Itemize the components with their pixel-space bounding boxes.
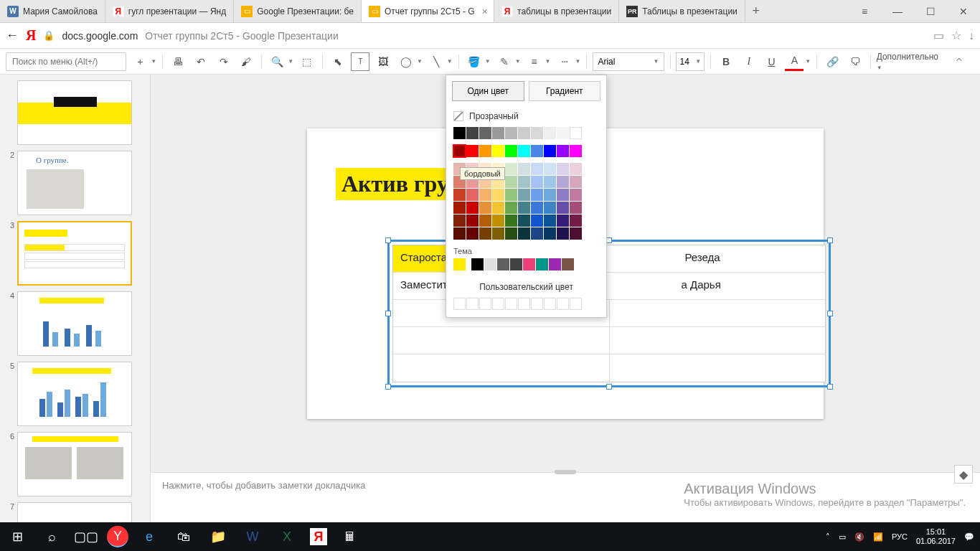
chevron-down-icon[interactable]: ▼ — [485, 58, 491, 65]
color-swatch[interactable] — [505, 176, 517, 188]
border-weight-button[interactable]: ≡ — [525, 52, 544, 71]
taskbar-app[interactable]: 🖩 — [333, 522, 367, 551]
taskbar-app[interactable]: X — [270, 522, 304, 551]
color-swatch[interactable] — [492, 215, 504, 227]
color-swatch[interactable] — [453, 145, 466, 157]
taskbar-clock[interactable]: 15:01 01.06.2017 — [916, 527, 956, 546]
search-button[interactable]: ⌕ — [34, 522, 69, 551]
color-swatch[interactable] — [570, 202, 582, 214]
tray-chevron-icon[interactable]: ˄ — [826, 532, 830, 542]
color-swatch[interactable] — [505, 202, 517, 214]
shape-tool[interactable]: ◯ — [397, 52, 415, 71]
color-swatch[interactable] — [557, 227, 569, 240]
color-swatch[interactable] — [466, 202, 479, 214]
redo-button[interactable]: ↷ — [215, 52, 233, 71]
color-swatch[interactable] — [570, 176, 582, 188]
chevron-down-icon[interactable]: ▼ — [575, 58, 581, 65]
color-swatch[interactable] — [479, 145, 491, 157]
color-swatch[interactable] — [466, 189, 479, 201]
explore-button[interactable]: ◆ — [954, 465, 973, 484]
recent-color-swatch[interactable] — [557, 298, 569, 310]
yandex-logo[interactable]: Я — [26, 27, 36, 44]
table-row[interactable] — [393, 327, 825, 354]
color-swatch[interactable] — [466, 215, 479, 227]
color-swatch[interactable] — [544, 215, 556, 227]
color-swatch[interactable] — [570, 215, 582, 227]
slide-thumbnail[interactable]: 2 О группе. — [0, 148, 150, 218]
taskbar-app[interactable]: Y — [107, 526, 128, 547]
color-swatch[interactable] — [557, 127, 569, 139]
crop-button[interactable]: ⬚ — [298, 52, 316, 71]
font-size-select[interactable]: 14 ▼ — [676, 52, 705, 71]
theme-color-swatch[interactable] — [466, 258, 471, 270]
color-swatch[interactable] — [531, 189, 543, 201]
task-view-button[interactable]: ▢▢ — [69, 522, 103, 551]
color-swatch[interactable] — [570, 227, 582, 240]
color-swatch[interactable] — [557, 202, 569, 214]
color-swatch[interactable] — [492, 145, 504, 157]
color-swatch[interactable] — [505, 127, 517, 139]
select-tool[interactable]: ⬉ — [329, 52, 347, 71]
color-swatch[interactable] — [544, 163, 556, 175]
color-swatch[interactable] — [544, 202, 556, 214]
color-swatch[interactable] — [466, 127, 479, 139]
table-cell[interactable] — [610, 300, 826, 326]
color-swatch[interactable] — [479, 189, 491, 201]
wifi-icon[interactable]: 📶 — [873, 532, 883, 542]
image-tool[interactable]: 🖼 — [374, 52, 392, 71]
color-swatch[interactable] — [492, 189, 504, 201]
undo-button[interactable]: ↶ — [192, 52, 210, 71]
table-cell[interactable] — [393, 354, 610, 382]
color-swatch[interactable] — [531, 176, 543, 188]
url-host[interactable]: docs.google.com — [62, 30, 138, 42]
chevron-down-icon[interactable]: ▼ — [151, 58, 156, 65]
color-swatch[interactable] — [479, 127, 491, 139]
recent-color-swatch[interactable] — [492, 298, 504, 310]
browser-menu-button[interactable]: ≡ — [848, 0, 881, 22]
bold-button[interactable]: B — [717, 52, 735, 71]
speaker-notes[interactable]: Нажмите, чтобы добавить заметки докладчи… — [151, 472, 980, 522]
color-swatch[interactable] — [492, 202, 504, 214]
color-swatch[interactable] — [453, 227, 466, 240]
color-swatch[interactable] — [505, 227, 517, 240]
theme-color-swatch[interactable] — [471, 258, 484, 270]
color-swatch[interactable] — [479, 202, 491, 214]
close-window-button[interactable]: ✕ — [947, 0, 980, 22]
color-swatch[interactable] — [505, 189, 517, 201]
color-swatch[interactable] — [557, 163, 569, 175]
color-swatch[interactable] — [531, 127, 543, 139]
slide-thumbnail[interactable]: 7 — [0, 499, 150, 522]
chevron-down-icon[interactable]: ▼ — [447, 58, 453, 65]
color-swatch[interactable] — [518, 189, 530, 201]
color-swatch[interactable] — [505, 145, 517, 157]
color-swatch[interactable] — [531, 227, 543, 240]
table-cell[interactable] — [610, 354, 826, 382]
slide-thumbnail-selected[interactable]: 3 — [0, 218, 150, 288]
recent-color-swatch[interactable] — [479, 298, 491, 310]
volume-icon[interactable]: 🔇 — [854, 532, 864, 542]
browser-tab[interactable]: ▭ Google Презентации: бе — [234, 0, 362, 22]
fill-color-button[interactable]: 🪣 — [465, 52, 484, 71]
slide-panel[interactable]: 2 О группе. 3 4 5 — [0, 75, 151, 522]
color-swatch[interactable] — [531, 202, 543, 214]
color-swatch[interactable] — [492, 127, 504, 139]
language-indicator[interactable]: РУС — [892, 532, 908, 541]
theme-color-swatch[interactable] — [562, 258, 574, 270]
color-swatch[interactable] — [544, 176, 556, 188]
taskbar-app[interactable]: e — [132, 522, 166, 551]
color-swatch[interactable] — [505, 163, 517, 175]
color-swatch[interactable] — [518, 163, 530, 175]
color-swatch[interactable] — [479, 215, 491, 227]
theme-color-swatch[interactable] — [497, 258, 509, 270]
color-swatch[interactable] — [453, 202, 466, 214]
paint-format-button[interactable]: 🖌 — [237, 52, 255, 71]
taskbar-app[interactable]: 🛍 — [166, 522, 201, 551]
italic-button[interactable]: I — [740, 52, 758, 71]
insert-link-button[interactable]: 🔗 — [823, 52, 842, 71]
new-slide-button[interactable]: + — [131, 52, 149, 71]
back-button[interactable]: ← — [6, 28, 19, 43]
slide-thumbnail[interactable]: 4 — [0, 288, 150, 359]
chevron-down-icon[interactable]: ▼ — [545, 58, 551, 65]
bookmark-icon[interactable]: ☆ — [951, 29, 961, 42]
theme-color-swatch[interactable] — [484, 258, 496, 270]
